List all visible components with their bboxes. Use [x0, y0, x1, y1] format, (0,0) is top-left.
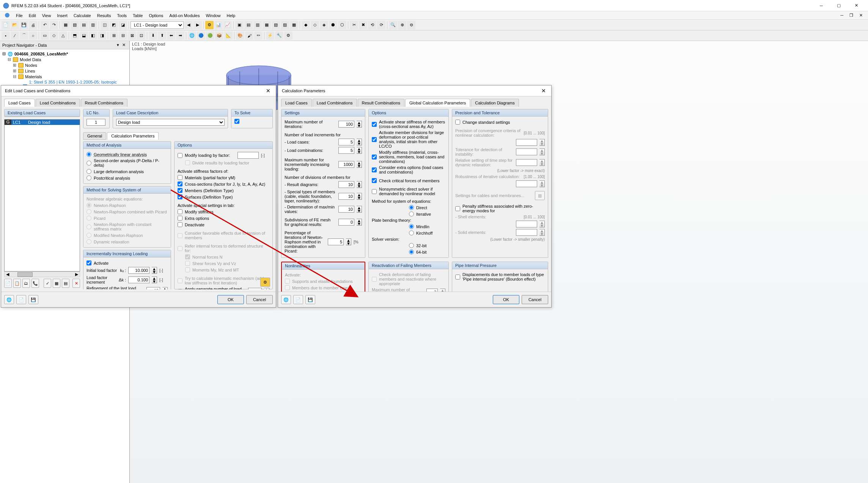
tab2-lc[interactable]: Load Cases — [281, 99, 312, 107]
penalty-check[interactable] — [455, 206, 460, 211]
tool-7[interactable]: ▤ — [80, 21, 88, 29]
tool-20[interactable]: ▨ — [281, 21, 289, 29]
navigator-close-icon[interactable]: ✕ — [121, 43, 127, 47]
b32-radio[interactable] — [409, 243, 414, 248]
spec-input[interactable] — [338, 193, 354, 200]
child-minimize[interactable]: ─ — [838, 12, 846, 19]
tab2-rcomb[interactable]: Result Combinations — [358, 99, 405, 107]
info2-icon[interactable]: 📄 — [293, 295, 303, 304]
opt-extra-check[interactable] — [372, 167, 377, 172]
ok2-button[interactable]: OK — [493, 295, 519, 304]
t2-15[interactable]: ⊡ — [137, 32, 145, 40]
tool-17[interactable]: ▥ — [253, 21, 262, 29]
tree-modeldata[interactable]: Model Data — [20, 57, 41, 62]
tool-18[interactable]: ▦ — [263, 21, 271, 29]
maxit-input[interactable] — [338, 121, 354, 128]
t2-23[interactable]: 📦 — [215, 32, 223, 40]
asf-surf-check[interactable] — [178, 194, 182, 199]
lc-7-icon[interactable]: ▤ — [62, 279, 69, 288]
mindlin-radio[interactable] — [409, 224, 414, 229]
t2-13[interactable]: ⊟ — [119, 32, 127, 40]
t2-24[interactable]: 📐 — [224, 32, 233, 40]
t2-25[interactable]: 🎨 — [236, 32, 244, 40]
tosolve-check[interactable] — [234, 119, 239, 124]
menu-view[interactable]: View — [40, 13, 53, 19]
t2-4[interactable]: ○ — [29, 32, 37, 40]
menu-edit[interactable]: Edit — [27, 13, 38, 19]
opt-shear-check[interactable] — [372, 122, 377, 127]
dialog2-close-icon[interactable]: ✕ — [540, 88, 547, 94]
lc-new-icon[interactable]: 📄 — [4, 279, 12, 288]
loadcase-combo[interactable]: LC1 - Design load — [131, 21, 184, 29]
moa-linear-radio[interactable] — [86, 152, 91, 157]
spinner[interactable]: ▲▼ — [152, 276, 157, 283]
tool-new[interactable]: 📄 — [2, 21, 10, 29]
spinner[interactable]: ▲▼ — [162, 287, 168, 289]
opt-nonsym-check[interactable] — [372, 189, 377, 194]
t2-30[interactable]: ⚙ — [284, 32, 292, 40]
spinner[interactable]: ▲▼ — [357, 181, 362, 188]
t2-12[interactable]: ⊞ — [110, 32, 118, 40]
t2-2[interactable]: ∕ — [11, 32, 19, 40]
t2-18[interactable]: ⬅ — [167, 32, 175, 40]
tool-31[interactable]: 🔍 — [389, 21, 397, 29]
menu-help[interactable]: Help — [225, 13, 238, 19]
tool-5[interactable]: ▦ — [61, 21, 70, 29]
spinner[interactable]: ▲▼ — [357, 121, 362, 128]
ok-button[interactable]: OK — [217, 295, 244, 304]
subfe-input[interactable] — [338, 219, 354, 226]
tool-calc[interactable]: ⚙ — [205, 21, 214, 29]
lc-copy-icon[interactable]: 📋 — [13, 279, 21, 288]
tool-25[interactable]: ⬢ — [329, 21, 337, 29]
tab-loadcases[interactable]: Load Cases — [4, 99, 35, 107]
moa-postcrit-radio[interactable] — [86, 175, 91, 180]
ms-check[interactable] — [178, 209, 182, 214]
lc-5-icon[interactable]: ✓ — [44, 279, 51, 288]
tool-24[interactable]: ◈ — [320, 21, 328, 29]
tool-22[interactable]: ◆ — [302, 21, 310, 29]
tool-27[interactable]: ✂ — [350, 21, 358, 29]
menu-calculate[interactable]: Calculate — [71, 13, 93, 19]
moa-large-radio[interactable] — [86, 169, 91, 174]
tab-loadcombos[interactable]: Load Combinations — [36, 99, 80, 107]
navigator-pin-icon[interactable]: ▾ — [115, 43, 121, 47]
tool-29[interactable]: ⟲ — [368, 21, 376, 29]
help2-icon[interactable]: 🌐 — [281, 295, 291, 304]
opt-critf-check[interactable] — [372, 178, 377, 183]
settings-icon[interactable]: ⚙ — [260, 278, 270, 287]
child-close[interactable]: ✕ — [857, 12, 865, 19]
t2-20[interactable]: 🌐 — [188, 32, 196, 40]
t2-9[interactable]: ⬓ — [80, 32, 88, 40]
spinner[interactable]: ▲▼ — [152, 267, 157, 274]
tool-28[interactable]: ✖ — [359, 21, 367, 29]
tab2-diag[interactable]: Calculation Diagrams — [471, 99, 519, 107]
tool-13[interactable]: 📊 — [214, 21, 223, 29]
cable-settings-icon[interactable]: ▥ — [535, 191, 545, 200]
maxinc-input[interactable] — [338, 161, 354, 168]
t2-3[interactable]: ⌒ — [20, 32, 28, 40]
menu-addon[interactable]: Add-on Modules — [167, 13, 202, 19]
eo-check[interactable] — [178, 216, 182, 221]
help-icon[interactable]: 🌐 — [4, 295, 14, 304]
tree-materials[interactable]: Materials — [25, 74, 42, 79]
nli-lcomb-input[interactable] — [338, 147, 354, 154]
tool-print[interactable]: 🖨 — [29, 21, 37, 29]
tool-8[interactable]: ▥ — [89, 21, 97, 29]
tool-6[interactable]: ▧ — [71, 21, 79, 29]
tool-10[interactable]: ◩ — [110, 21, 118, 29]
tab-resultcombos[interactable]: Result Combinations — [81, 99, 128, 107]
dialog-close-icon[interactable]: ✕ — [264, 88, 272, 94]
loadcase-row[interactable]: G LC1 Design load — [5, 120, 80, 125]
asf-mat-check[interactable] — [178, 175, 182, 180]
t2-5[interactable]: ▭ — [41, 32, 49, 40]
t2-19[interactable]: ➡ — [176, 32, 184, 40]
menu-file[interactable]: File — [14, 13, 25, 19]
t2-28[interactable]: ⚡ — [266, 32, 274, 40]
subtab-calcparams[interactable]: Calculation Parameters — [107, 132, 159, 140]
tab2-global[interactable]: Global Calculation Parameters — [405, 99, 470, 107]
tool-26[interactable]: ⬡ — [338, 21, 346, 29]
app-menu-icon[interactable] — [2, 12, 12, 19]
tool-prev[interactable]: ◀ — [184, 21, 193, 29]
t2-8[interactable]: ⬒ — [71, 32, 79, 40]
menu-tools[interactable]: Tools — [115, 13, 129, 19]
